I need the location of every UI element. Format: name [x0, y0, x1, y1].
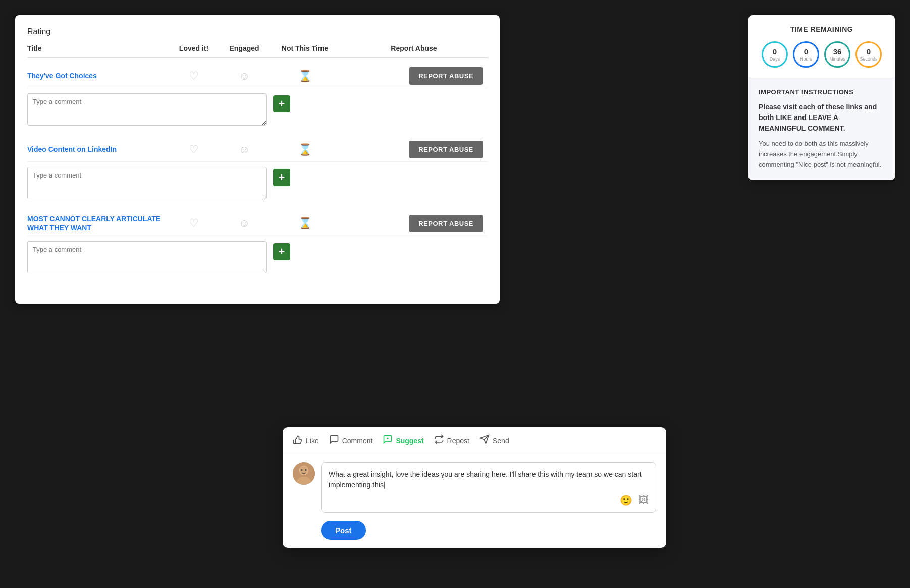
row-1-title[interactable]: They've Got Choices	[27, 71, 169, 80]
action-like[interactable]: Like	[293, 434, 319, 447]
content-row-3: MOST CANNOT CLEARLY ARTICULATE WHAT THEY…	[27, 209, 488, 236]
timer-minutes-number: 36	[833, 48, 842, 55]
comment-row-2: +	[27, 162, 488, 205]
suggest-icon	[383, 434, 393, 447]
comment-row-1: +	[27, 88, 488, 132]
timer-hours-number: 0	[804, 48, 808, 55]
send-label: Send	[493, 437, 509, 445]
svg-point-8	[305, 469, 307, 471]
image-icon[interactable]: 🖼	[638, 494, 649, 506]
action-repost[interactable]: Repost	[434, 434, 469, 447]
action-send[interactable]: Send	[479, 434, 509, 447]
hourglass-icon-1[interactable]: ⌛	[270, 70, 340, 83]
panel-title: Rating	[27, 27, 488, 36]
add-btn-2[interactable]: +	[273, 169, 290, 186]
comment-row-3: +	[27, 236, 488, 279]
comment-popup: Like Comment Suggest Repost Send	[283, 427, 666, 548]
like-label: Like	[306, 437, 319, 445]
content-row-2: Video Content on LinkedIn ♡ ☺ ⌛ REPORT A…	[27, 136, 488, 162]
avatar	[293, 462, 315, 485]
add-btn-1[interactable]: +	[273, 95, 290, 112]
send-icon	[479, 434, 490, 447]
table-row: Video Content on LinkedIn ♡ ☺ ⌛ REPORT A…	[27, 136, 488, 205]
post-button[interactable]: Post	[321, 521, 366, 540]
report-abuse-btn-2[interactable]: REPORT ABUSE	[409, 141, 483, 158]
timer-minutes-label: Minutes	[829, 56, 845, 62]
timer-days-label: Days	[770, 56, 780, 62]
header-not-this-time: Not This Time	[270, 44, 340, 52]
loved-it-icon-1[interactable]: ♡	[169, 70, 219, 83]
timer-hours: 0 Hours	[793, 41, 819, 68]
comment-label: Comment	[342, 437, 373, 445]
table-row: They've Got Choices ♡ ☺ ⌛ REPORT ABUSE +	[27, 62, 488, 132]
add-btn-3[interactable]: +	[273, 243, 290, 260]
timer-days-number: 0	[773, 48, 777, 55]
timer-minutes: 36 Minutes	[824, 41, 850, 68]
loved-it-icon-3[interactable]: ♡	[169, 217, 219, 230]
popup-comment-inner: What a great insight, love the ideas you…	[293, 462, 656, 513]
comment-textarea-1[interactable]	[27, 93, 267, 126]
comment-box-icons: 🙂 🖼	[329, 494, 649, 506]
instructions-section: IMPORTANT INSTRUCTIONS Please visit each…	[748, 78, 895, 180]
rating-panel: Rating Title Loved it! Engaged Not This …	[15, 15, 500, 304]
svg-point-0	[388, 438, 389, 439]
loved-it-icon-2[interactable]: ♡	[169, 143, 219, 156]
comment-textarea-3[interactable]	[27, 241, 267, 273]
smiley-icon-3[interactable]: ☺	[219, 217, 270, 230]
comment-box-container[interactable]: What a great insight, love the ideas you…	[321, 462, 656, 513]
comment-icon	[329, 434, 339, 447]
time-remaining-title: TIME REMAINING	[759, 25, 885, 33]
report-abuse-btn-1[interactable]: REPORT ABUSE	[409, 67, 483, 85]
popup-actions-bar: Like Comment Suggest Repost Send	[283, 427, 666, 454]
row-3-title[interactable]: MOST CANNOT CLEARLY ARTICULATE WHAT THEY…	[27, 214, 169, 232]
action-suggest[interactable]: Suggest	[383, 434, 423, 447]
header-loved: Loved it!	[169, 44, 219, 52]
avatar-image	[293, 462, 315, 485]
timer-seconds-number: 0	[867, 48, 871, 55]
header-title: Title	[27, 44, 169, 52]
row-2-title[interactable]: Video Content on LinkedIn	[27, 145, 169, 154]
repost-label: Repost	[447, 437, 469, 445]
timer-hours-label: Hours	[800, 56, 812, 62]
timer-seconds: 0 Seconds	[855, 41, 882, 68]
instructions-title: IMPORTANT INSTRUCTIONS	[759, 88, 885, 96]
repost-icon	[434, 434, 444, 447]
comment-text: What a great insight, love the ideas you…	[329, 469, 649, 490]
hourglass-icon-3[interactable]: ⌛	[270, 217, 340, 230]
svg-point-7	[301, 469, 303, 471]
table-header: Title Loved it! Engaged Not This Time Re…	[27, 44, 488, 58]
smiley-icon-1[interactable]: ☺	[219, 70, 270, 83]
timers-row: 0 Days 0 Hours 36 Minutes 0 Seconds	[759, 41, 885, 68]
suggest-label: Suggest	[396, 437, 423, 445]
emoji-icon[interactable]: 🙂	[620, 494, 632, 506]
smiley-icon-2[interactable]: ☺	[219, 143, 270, 156]
instructions-bold: Please visit each of these links and bot…	[759, 102, 885, 134]
timer-seconds-label: Seconds	[860, 56, 877, 62]
popup-comment-area: What a great insight, love the ideas you…	[283, 454, 666, 521]
content-row-1: They've Got Choices ♡ ☺ ⌛ REPORT ABUSE	[27, 62, 488, 88]
header-report-abuse: Report Abuse	[340, 44, 488, 52]
table-row: MOST CANNOT CLEARLY ARTICULATE WHAT THEY…	[27, 209, 488, 279]
report-abuse-btn-3[interactable]: REPORT ABUSE	[409, 215, 483, 232]
right-panel: TIME REMAINING 0 Days 0 Hours 36 Minutes…	[748, 15, 895, 180]
action-comment[interactable]: Comment	[329, 434, 373, 447]
like-icon	[293, 434, 303, 447]
time-remaining-section: TIME REMAINING 0 Days 0 Hours 36 Minutes…	[748, 15, 895, 78]
comment-textarea-2[interactable]	[27, 167, 267, 199]
header-engaged: Engaged	[219, 44, 270, 52]
hourglass-icon-2[interactable]: ⌛	[270, 143, 340, 156]
rating-table: Title Loved it! Engaged Not This Time Re…	[27, 44, 488, 279]
instructions-text: You need to do both as this massively in…	[759, 139, 885, 170]
timer-days: 0 Days	[762, 41, 788, 68]
